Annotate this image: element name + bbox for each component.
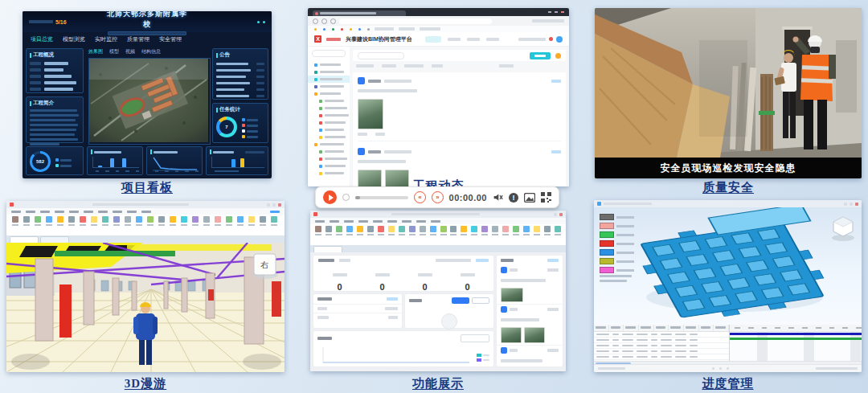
feed-search-input[interactable] [358, 52, 404, 59]
sidebar-item[interactable] [308, 170, 350, 177]
view-tab-strip[interactable] [6, 235, 285, 243]
thumb-project-feed[interactable]: X 兴泰建设BIM协同管理平台 [308, 8, 569, 186]
sidebar-item[interactable] [308, 162, 350, 170]
tool-icon[interactable] [23, 216, 31, 237]
tool-icon[interactable] [367, 226, 375, 247]
tool-icon[interactable] [543, 226, 551, 247]
publish-button[interactable] [530, 52, 551, 59]
caption-safety[interactable]: 质量安全 [595, 180, 862, 195]
tool-icon[interactable] [248, 216, 256, 237]
bookmark-icon[interactable] [314, 28, 317, 31]
bookmark-icon[interactable] [358, 28, 361, 31]
tool-icon[interactable] [450, 226, 457, 247]
tool-icon[interactable] [180, 216, 188, 237]
sidebar-item[interactable] [308, 76, 350, 83]
sidebar-item[interactable] [308, 104, 350, 112]
seek-handle[interactable] [342, 194, 350, 201]
model-viewport[interactable] [594, 207, 862, 325]
tool-icon[interactable] [191, 216, 199, 237]
close-icon[interactable] [855, 203, 858, 206]
tool-icon[interactable] [326, 226, 333, 247]
view-tab[interactable]: 结构信息 [141, 48, 161, 55]
task-row[interactable] [594, 349, 729, 354]
notice-row[interactable] [216, 76, 264, 78]
minimize-icon[interactable] [844, 203, 847, 206]
primary-button[interactable] [452, 297, 469, 304]
tool-icon[interactable] [203, 216, 211, 237]
bookmark-icon[interactable] [323, 28, 326, 31]
chart-range-select[interactable] [461, 334, 489, 342]
dashboard-nav-item[interactable]: 实时监控 [95, 35, 117, 43]
notice-row[interactable] [216, 95, 264, 97]
snapshot-icon[interactable] [524, 193, 535, 203]
view-tab[interactable]: 视频 [125, 48, 135, 55]
seek-bar[interactable] [355, 196, 408, 199]
active-tab[interactable] [425, 36, 441, 43]
task-row[interactable] [594, 332, 729, 338]
notice-row[interactable] [216, 88, 264, 91]
tool-icon[interactable] [315, 226, 322, 247]
caption-features[interactable]: 功能展示 [310, 376, 566, 391]
play-button[interactable] [323, 190, 337, 204]
view-tab[interactable]: 效果图 [88, 48, 103, 55]
tool-icon[interactable] [554, 226, 561, 247]
bookmark-icon[interactable] [332, 28, 334, 31]
view-tab[interactable]: 模型 [109, 48, 119, 55]
tool-icon[interactable] [481, 226, 489, 247]
tool-icon[interactable] [135, 216, 143, 237]
notice-row[interactable] [216, 69, 264, 72]
tool-icon[interactable] [158, 216, 166, 237]
dashboard-nav-item[interactable]: 模型浏览 [63, 35, 85, 43]
walkthrough-viewport[interactable]: 右 [6, 243, 285, 372]
back-icon[interactable] [313, 18, 318, 24]
sidebar-item[interactable] [308, 97, 350, 104]
notice-icon[interactable] [555, 53, 561, 59]
fast-forward-button[interactable]: » [432, 191, 444, 203]
sidebar-item[interactable] [308, 141, 350, 148]
tool-icon[interactable] [169, 216, 177, 237]
tool-icon[interactable] [90, 216, 98, 237]
minimize-icon[interactable] [267, 203, 270, 207]
bookmark-icon[interactable] [350, 28, 352, 31]
tool-icon[interactable] [471, 226, 478, 247]
caption-project-dashboard[interactable]: 项目看板 [23, 180, 272, 195]
url-field[interactable] [339, 18, 492, 24]
sidebar-item[interactable] [308, 68, 350, 76]
dashboard-nav-item[interactable]: 项目总览 [31, 35, 53, 43]
secondary-button[interactable] [472, 297, 489, 304]
tool-icon[interactable] [522, 226, 530, 247]
dashboard-nav-item[interactable]: 安全管理 [159, 35, 182, 43]
maximize-icon[interactable] [850, 203, 853, 206]
mute-icon[interactable] [493, 192, 503, 203]
bookmark-icon[interactable] [341, 28, 343, 31]
tool-icon[interactable] [11, 216, 19, 237]
tool-icon[interactable] [357, 226, 364, 247]
tool-icon[interactable] [45, 216, 53, 237]
sidebar-item[interactable] [308, 119, 350, 126]
tool-icon[interactable] [79, 216, 87, 237]
tool-icon[interactable] [124, 216, 132, 237]
tool-icon[interactable] [513, 226, 520, 247]
tool-icon[interactable] [461, 226, 468, 247]
close-icon[interactable] [278, 203, 281, 207]
task-row[interactable] [594, 343, 729, 349]
tool-icon[interactable] [34, 216, 42, 237]
caption-progress[interactable]: 进度管理 [594, 376, 862, 391]
notice-row[interactable] [216, 63, 264, 65]
thumb-progress-management[interactable] [594, 200, 862, 372]
sidebar-item[interactable] [308, 126, 350, 133]
browser-tab[interactable] [313, 10, 406, 16]
tool-icon[interactable] [225, 216, 233, 237]
tool-icon[interactable] [270, 216, 278, 237]
tool-icon[interactable] [101, 216, 109, 237]
thumb-safety-video[interactable]: 安全员现场巡检发现安全隐患 [595, 8, 862, 178]
bookmark-icon[interactable] [367, 28, 370, 31]
thumb-features-app[interactable]: 0 0 0 0 [310, 211, 566, 371]
tool-icon[interactable] [440, 226, 447, 247]
thumb-project-dashboard[interactable]: 5/16 北师大鄂尔多斯附属学校 项目总览模型浏览实时监控质量管理安全管理 工程… [23, 11, 272, 178]
maximize-icon[interactable] [272, 203, 276, 207]
tool-icon[interactable] [502, 226, 510, 247]
avatar[interactable] [556, 36, 563, 43]
sidebar-item[interactable] [308, 148, 350, 155]
dashboard-nav-item[interactable]: 质量管理 [127, 35, 149, 43]
